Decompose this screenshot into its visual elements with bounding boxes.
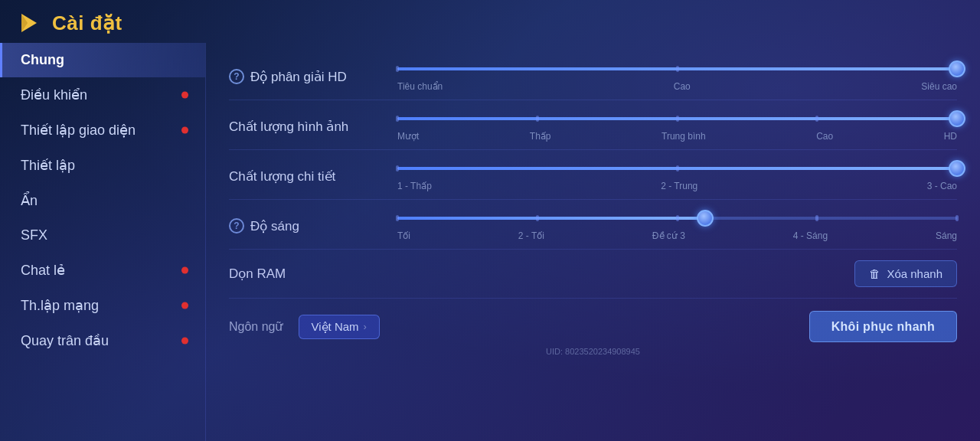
sidebar-item-quay-tran-dau[interactable]: Quay trân đầu: [0, 323, 205, 358]
chat-luong-chi-tiet-labels: 1 - Thấp2 - Trung3 - Cao: [397, 181, 957, 191]
app-container: Cài đặt ChungĐiều khiểnThiết lập giao di…: [0, 0, 980, 441]
notification-dot: [181, 302, 188, 309]
chat-luong-hinh-anh-label-text: Chất lượng hình ảnh: [229, 119, 348, 135]
slider-label: 2 - Tối: [518, 230, 544, 241]
ngon-ngu-label: Ngôn ngữ: [229, 319, 283, 334]
do-phan-giai-thumb[interactable]: [949, 60, 965, 77]
sidebar-item-th-lap-mang[interactable]: Th.lập mạng: [0, 288, 205, 323]
sidebar-item-dieu-khien[interactable]: Điều khiển: [0, 77, 205, 113]
header-title: Cài đặt: [52, 11, 122, 35]
khoi-phuc-button[interactable]: Khôi phục nhanh: [809, 311, 957, 342]
chat-luong-chi-tiet-slider[interactable]: 1 - Thấp2 - Trung3 - Cao: [397, 161, 957, 191]
slider-label: Mượt: [397, 131, 419, 142]
slider-tick: [396, 165, 399, 172]
slider-tick: [536, 215, 539, 221]
slider-tick: [815, 215, 818, 221]
don-ram-row: Dọn RAM 🗑 Xóa nhanh: [229, 250, 957, 299]
notification-dot: [181, 267, 188, 274]
slider-tick: [396, 215, 399, 221]
chat-luong-hinh-anh-label: Chất lượng hình ảnh: [229, 119, 382, 135]
chat-luong-chi-tiet-label-text: Chất lượng chi tiết: [229, 168, 335, 185]
slider-label: Cao: [816, 131, 833, 142]
help-icon[interactable]: ?: [229, 218, 244, 234]
setting-row-chat-luong-hinh-anh: Chất lượng hình ảnhMượtThấpTrung bìnhCao…: [229, 100, 957, 150]
slider-tick: [676, 165, 679, 172]
do-sang-slider[interactable]: Tối2 - TốiĐề cứ 34 - SángSáng: [397, 211, 957, 241]
content-area: ?Độ phân giải HDTiêu chuẩnCaoSiêu caoChấ…: [205, 43, 980, 441]
slider-tick: [676, 116, 679, 122]
slider-tick: [676, 66, 679, 72]
slider-label: Cao: [674, 81, 691, 92]
uid-text: UID: 8023520234908945: [229, 345, 957, 358]
main-layout: ChungĐiều khiểnThiết lập giao diệnThiết …: [0, 43, 980, 441]
slider-label: Đề cứ 3: [652, 230, 685, 241]
do-sang-track-wrapper: [397, 211, 957, 226]
do-phan-giai-label-text: Độ phân giải HD: [250, 69, 347, 85]
header: Cài đặt: [0, 0, 980, 43]
do-sang-track: [397, 217, 957, 220]
do-phan-giai-labels: Tiêu chuẩnCaoSiêu cao: [397, 81, 957, 92]
notification-dot: [181, 127, 188, 134]
chevron-right-icon: ›: [364, 321, 367, 332]
do-phan-giai-slider[interactable]: Tiêu chuẩnCaoSiêu cao: [397, 61, 957, 92]
sidebar-item-thiet-lap-giao-dien[interactable]: Thiết lập giao diện: [0, 113, 205, 148]
slider-tick: [536, 116, 539, 122]
chat-luong-hinh-anh-track: [397, 117, 957, 120]
slider-label: Thấp: [530, 131, 551, 142]
language-button[interactable]: Việt Nam ›: [299, 315, 380, 339]
chat-luong-hinh-anh-labels: MượtThấpTrung bìnhCaoHD: [397, 131, 957, 142]
chat-luong-hinh-anh-thumb[interactable]: [949, 110, 965, 127]
slider-label: 1 - Thấp: [397, 181, 432, 191]
xoa-nhanh-button[interactable]: 🗑 Xóa nhanh: [854, 260, 957, 287]
notification-dot: [181, 338, 188, 345]
setting-row-do-phan-giai: ?Độ phân giải HDTiêu chuẩnCaoSiêu cao: [229, 51, 957, 100]
do-sang-labels: Tối2 - TốiĐề cứ 34 - SángSáng: [397, 230, 957, 241]
slider-tick: [396, 116, 399, 122]
chat-luong-chi-tiet-thumb[interactable]: [949, 160, 965, 177]
xoa-nhanh-label: Xóa nhanh: [887, 267, 942, 280]
setting-row-chat-luong-chi-tiet: Chất lượng chi tiết1 - Thấp2 - Trung3 - …: [229, 150, 957, 200]
sidebar-item-sfx[interactable]: SFX: [0, 218, 205, 253]
do-sang-thumb[interactable]: [697, 210, 714, 227]
don-ram-label: Dọn RAM: [229, 266, 382, 282]
sidebar-item-chat-le[interactable]: Chat lẻ: [0, 253, 205, 288]
notification-dot: [181, 92, 188, 99]
slider-label: Tối: [397, 230, 410, 241]
chat-luong-chi-tiet-label: Chất lượng chi tiết: [229, 168, 382, 185]
slider-tick: [815, 116, 818, 122]
slider-tick: [396, 66, 399, 72]
slider-label: HD: [944, 131, 957, 142]
sidebar: ChungĐiều khiểnThiết lập giao diệnThiết …: [0, 43, 205, 441]
slider-label: Siêu cao: [921, 81, 957, 92]
khoi-phuc-label: Khôi phục nhanh: [831, 320, 935, 333]
chat-luong-chi-tiet-track-wrapper: [397, 161, 957, 176]
slider-label: 2 - Trung: [661, 181, 697, 191]
logo-icon: [15, 9, 43, 37]
slider-label: 3 - Cao: [927, 181, 957, 191]
slider-label: Sáng: [936, 230, 957, 241]
sidebar-item-chung[interactable]: Chung: [0, 43, 205, 77]
do-sang-label-text: Độ sáng: [250, 218, 299, 234]
do-sang-fill: [397, 217, 705, 220]
slider-tick: [956, 215, 959, 221]
chat-luong-chi-tiet-track: [397, 167, 957, 170]
slider-label: Tiêu chuẩn: [397, 81, 443, 92]
slider-tick: [676, 215, 679, 221]
chat-luong-hinh-anh-track-wrapper: [397, 111, 957, 126]
chat-luong-hinh-anh-slider[interactable]: MượtThấpTrung bìnhCaoHD: [397, 111, 957, 142]
slider-label: Trung bình: [662, 131, 706, 142]
sidebar-item-thiet-lap[interactable]: Thiết lập: [0, 148, 205, 183]
sidebar-item-an[interactable]: Ẩn: [0, 183, 205, 218]
do-phan-giai-track-wrapper: [397, 61, 957, 77]
setting-row-do-sang: ?Độ sángTối2 - TốiĐề cứ 34 - SángSáng: [229, 200, 957, 250]
do-phan-giai-label: ?Độ phân giải HD: [229, 69, 382, 85]
help-icon[interactable]: ?: [229, 69, 244, 84]
language-label: Việt Nam: [312, 320, 359, 334]
slider-label: 4 - Sáng: [793, 230, 828, 241]
do-sang-label: ?Độ sáng: [229, 218, 382, 234]
footer-row: Ngôn ngữ Việt Nam › Khôi phục nhanh: [229, 299, 957, 345]
do-phan-giai-track: [397, 67, 957, 70]
trash-icon: 🗑: [869, 267, 880, 280]
